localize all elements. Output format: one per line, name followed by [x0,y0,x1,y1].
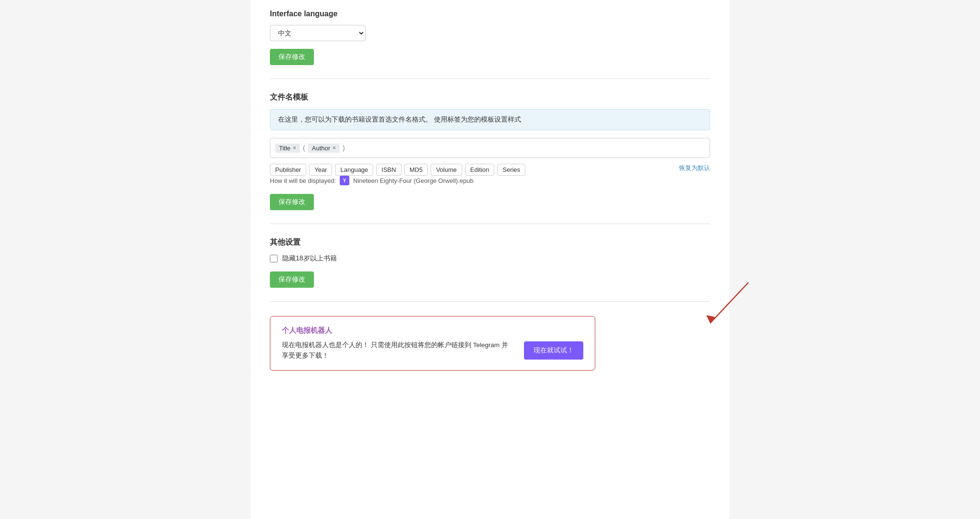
tag-year[interactable]: Year [309,164,332,176]
language-select[interactable]: 中文EnglishDeutschFrançaisEspañolРусский [270,25,366,41]
tag-title-close[interactable]: × [293,145,296,151]
other-settings-section: 其他设置 隐藏18岁以上书籍 保存修改 [270,237,710,288]
tag-language[interactable]: Language [335,164,373,176]
filename-template-section: 文件名模板 在这里，您可以为下载的书籍设置首选文件名格式。 使用标签为您的模板设… [270,92,710,210]
tags-input-area[interactable]: Title × ( Author × ) [270,138,710,158]
tag-isbn[interactable]: ISBN [376,164,401,176]
svg-marker-1 [706,315,715,323]
tag-title: Title × [275,144,300,153]
tags-and-restore-row: Publisher Year Language ISBN MD5 Volume … [270,164,710,176]
filename-template-title: 文件名模板 [270,92,710,102]
language-select-wrapper: 中文EnglishDeutschFrançaisEspañolРусский [270,25,710,41]
bot-title: 个人电报机器人 [282,326,583,335]
tag-author: Author × [308,144,340,153]
telegram-bot-section: 个人电报机器人 现在电报机器人也是个人的！ 只需使用此按钮将您的帐户链接到 Te… [270,316,595,371]
tag-series[interactable]: Series [497,164,525,176]
other-settings-title: 其他设置 [270,237,710,248]
save-language-button[interactable]: 保存修改 [270,49,314,65]
tag-title-label: Title [279,145,290,152]
tag-publisher[interactable]: Publisher [270,164,306,176]
save-filename-button[interactable]: 保存修改 [270,194,314,210]
interface-language-title: Interface language [270,10,710,18]
telegram-bot-container: 个人电报机器人 现在电报机器人也是个人的！ 只需使用此按钮将您的帐户链接到 Te… [270,316,710,371]
try-now-button[interactable]: 现在就试试！ [524,341,583,360]
divider-3 [270,301,710,302]
preview-icon: Y [340,176,349,185]
hide-adult-row: 隐藏18岁以上书籍 [270,254,710,263]
hide-adult-label[interactable]: 隐藏18岁以上书籍 [282,254,337,263]
tag-author-close[interactable]: × [333,145,336,151]
hide-adult-checkbox[interactable] [270,255,278,262]
tag-close-paren: ) [343,144,345,152]
interface-language-section: Interface language 中文EnglishDeutschFranç… [270,10,710,65]
filename-info-box: 在这里，您可以为下载的书籍设置首选文件名格式。 使用标签为您的模板设置样式 [270,109,710,130]
bot-description: 现在电报机器人也是个人的！ 只需使用此按钮将您的帐户链接到 Telegram 并… [282,340,514,361]
tag-volume[interactable]: Volume [431,164,462,176]
bot-content: 现在电报机器人也是个人的！ 只需使用此按钮将您的帐户链接到 Telegram 并… [282,340,583,361]
tag-author-label: Author [312,145,330,152]
save-other-settings-button[interactable]: 保存修改 [270,271,314,288]
available-tags: Publisher Year Language ISBN MD5 Volume … [270,164,675,176]
tag-md5[interactable]: MD5 [404,164,428,176]
preview-filename: Nineteen Eighty-Four (George Orwell).epu… [353,177,473,184]
tag-edition[interactable]: Edition [465,164,495,176]
svg-line-0 [710,282,748,323]
restore-default-link[interactable]: 恢复为默认 [679,164,710,172]
tag-separator: ( [303,144,305,152]
preview-label: How it will be displayed: [270,177,336,184]
divider-2 [270,224,710,224]
filename-info-text: 在这里，您可以为下载的书籍设置首选文件名格式。 使用标签为您的模板设置样式 [278,116,521,123]
divider-1 [270,79,710,79]
preview-row: How it will be displayed: Y Nineteen Eig… [270,176,710,185]
